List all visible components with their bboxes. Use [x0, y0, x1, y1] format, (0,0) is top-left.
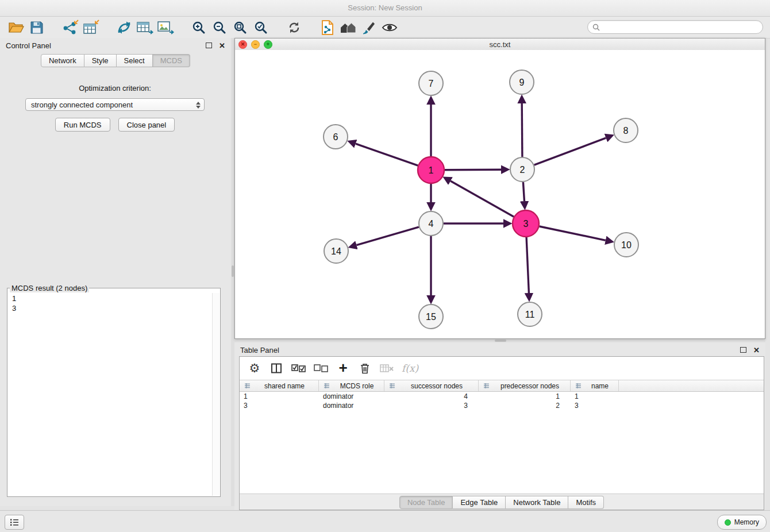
tab-node-table[interactable]: Node Table [399, 496, 453, 509]
edge-2-9[interactable] [522, 103, 522, 157]
tab-style[interactable]: Style [84, 54, 117, 67]
column-edit-icon [324, 383, 330, 389]
tab-select[interactable]: Select [117, 54, 153, 67]
table-cell[interactable]: 3 [240, 402, 319, 410]
tab-mcds[interactable]: MCDS [153, 54, 190, 67]
table-container: ⚙ [239, 356, 764, 510]
tab-motifs[interactable]: Motifs [568, 496, 604, 509]
table-cell[interactable]: 1 [571, 392, 619, 400]
node-label-7: 7 [429, 79, 434, 88]
column-header-predecessor-nodes[interactable]: predecessor nodes [479, 380, 571, 391]
delete-table-button[interactable] [380, 361, 394, 376]
splitter-grip[interactable] [495, 340, 506, 342]
open-session-button[interactable] [6, 18, 26, 37]
refresh-view-button[interactable] [284, 18, 305, 37]
control-panel-tabbar: NetworkStyleSelectMCDS [0, 54, 231, 67]
float-panel-icon[interactable] [206, 43, 212, 48]
function-builder-button[interactable]: f(x) [402, 361, 418, 376]
import-network-button[interactable] [60, 18, 80, 37]
trash-icon [360, 363, 370, 374]
node-label-6: 6 [333, 132, 338, 142]
zoom-out-icon [213, 21, 226, 34]
search-input[interactable] [603, 22, 758, 32]
memory-label: Memory [734, 518, 759, 526]
zoom-selected-icon [254, 21, 268, 34]
table-body: 1dominator4113dominator323 [240, 392, 764, 494]
table-cell[interactable]: dominator [319, 402, 384, 410]
network-canvas[interactable]: 7968124314101511 [235, 50, 765, 338]
memory-button[interactable]: Memory [717, 515, 767, 530]
table-toolbar: ⚙ [240, 357, 764, 380]
table-cell[interactable]: 1 [479, 392, 571, 400]
zoom-fit-button[interactable] [230, 18, 251, 37]
table-cell[interactable]: 3 [571, 402, 619, 410]
optimization-criterion-label: Optimization criterion: [3, 84, 226, 92]
column-header-MCDS-role[interactable]: MCDS role [319, 380, 384, 391]
deselect-all-rows-button[interactable] [314, 361, 328, 376]
table-row-1[interactable]: 1dominator411 [240, 392, 764, 401]
edge-1-6[interactable] [356, 144, 418, 165]
apply-style-button[interactable] [359, 18, 379, 37]
tab-edge-table[interactable]: Edge Table [453, 496, 506, 509]
edge-2-8[interactable] [534, 138, 606, 165]
export-image-button[interactable] [155, 18, 176, 37]
window-minimize-icon[interactable]: − [251, 40, 260, 49]
memory-status-icon [725, 519, 731, 526]
splitter-grip[interactable] [232, 265, 234, 277]
edge-2-3[interactable] [523, 182, 524, 201]
table-cell[interactable]: 3 [384, 402, 479, 410]
table-footer: Node TableEdge TableNetwork TableMotifs [240, 494, 764, 510]
export-network-button[interactable] [114, 18, 134, 37]
edge-3-11[interactable] [526, 237, 529, 293]
window-close-icon[interactable]: ✕ [238, 40, 247, 49]
zoom-selected-button[interactable] [251, 18, 271, 37]
table-settings-button[interactable]: ⚙ [248, 361, 261, 376]
close-panel-button[interactable]: Close panel [118, 118, 175, 132]
edge-3-1[interactable] [451, 181, 514, 217]
control-panel-header: Control Panel ✕ [0, 38, 231, 53]
table-cell[interactable]: 2 [479, 402, 571, 410]
window-zoom-icon[interactable]: + [264, 40, 272, 49]
criterion-dropdown[interactable]: strongly connected component [25, 98, 205, 111]
node-label-1: 1 [429, 165, 434, 175]
column-header-successor-nodes[interactable]: successor nodes [384, 380, 479, 391]
delete-row-button[interactable] [358, 361, 372, 376]
export-table-button[interactable] [134, 18, 155, 37]
select-all-rows-button[interactable] [291, 361, 306, 376]
edge-4-14[interactable] [357, 227, 419, 245]
search-field[interactable] [587, 20, 763, 34]
edge-3-10[interactable] [540, 226, 606, 240]
import-table-button[interactable] [80, 18, 101, 37]
close-panel-icon[interactable]: ✕ [219, 42, 225, 49]
table-cell[interactable]: 4 [384, 392, 479, 400]
run-mcds-button[interactable]: Run MCDS [55, 118, 110, 132]
home-view-button[interactable] [338, 18, 359, 37]
float-panel-icon[interactable] [740, 347, 746, 353]
open-network-file-button[interactable] [317, 18, 338, 37]
column-edit-icon [575, 383, 582, 389]
zoom-out-button[interactable] [209, 18, 230, 37]
save-session-button[interactable] [26, 18, 47, 37]
column-header-shared-name[interactable]: shared name [240, 380, 319, 391]
node-label-11: 11 [525, 310, 535, 319]
mcds-result-title: MCDS result (2 nodes) [10, 284, 89, 292]
close-panel-icon[interactable]: ✕ [753, 346, 760, 354]
node-label-4: 4 [429, 219, 434, 229]
show-columns-button[interactable] [270, 361, 283, 376]
table-cell[interactable]: dominator [319, 392, 384, 400]
tab-network[interactable]: Network [41, 54, 84, 67]
zoom-in-button[interactable] [188, 18, 209, 37]
result-scrollbar[interactable] [212, 293, 220, 496]
table-row-2[interactable]: 3dominator323 [240, 401, 764, 410]
table-cell[interactable]: 1 [240, 392, 319, 400]
network-graph[interactable]: 7968124314101511 [235, 50, 765, 338]
deselect-all-icon [314, 364, 328, 372]
add-row-button[interactable]: + [336, 361, 350, 376]
show-hide-panel-button[interactable] [379, 18, 400, 37]
dropdown-stepper-icon [195, 101, 201, 110]
column-header-name[interactable]: name [571, 380, 619, 391]
edge-1-2[interactable] [445, 169, 501, 170]
column-edit-icon [483, 383, 490, 389]
tab-network-table[interactable]: Network Table [506, 496, 568, 509]
task-history-button[interactable] [5, 515, 24, 530]
